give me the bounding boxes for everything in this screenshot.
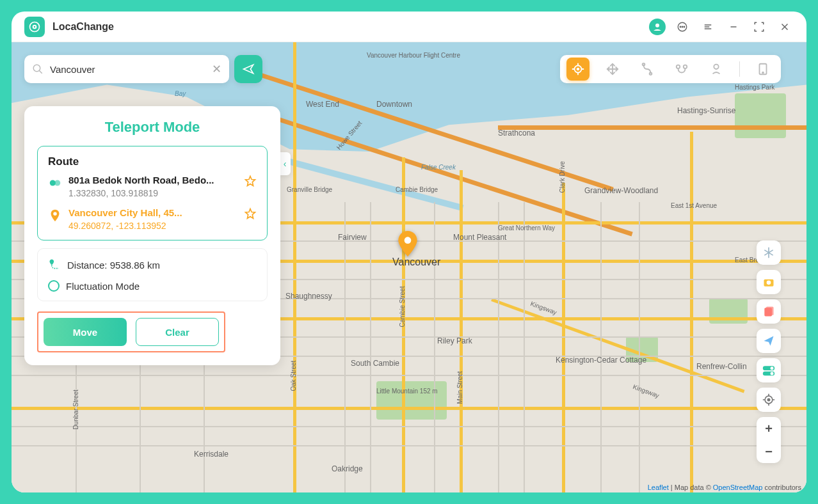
svg-point-27 [714,65,718,69]
search-row: ✕ [24,55,262,83]
jump-mode-button[interactable] [670,58,693,81]
svg-point-25 [677,65,680,69]
destination-coords: 49.260872, -123.113952 [68,221,237,231]
search-go-button[interactable] [234,55,262,83]
search-icon [32,63,44,75]
toggle-button[interactable] [757,358,781,382]
route-title: Route [48,155,257,168]
osm-link[interactable]: OpenStreetMap [713,484,763,491]
menu-button[interactable] [699,18,717,36]
clear-button[interactable]: Clear [136,318,219,346]
zoom-controls: + − [757,417,781,463]
close-button[interactable] [776,18,794,36]
origin-icon [48,176,62,190]
titlebar: LocaChange [12,12,806,42]
app-title: LocaChange [52,21,114,33]
map[interactable]: West End Downtown Vancouver Harbour Flig… [12,42,806,492]
app-window: LocaChange [12,12,806,492]
separator [739,61,740,77]
distance-row: Distance: 9538.86 km [48,258,257,272]
route-destination[interactable]: Vancouver City Hall, 45... 49.260872, -1… [48,207,257,231]
svg-point-26 [684,65,687,69]
svg-point-3 [655,23,659,27]
origin-name: 801a Bedok North Road, Bedo... [68,175,237,185]
route-card: Route 801a Bedok North Road, Bedo... 1.3… [37,146,268,240]
svg-point-6 [682,26,683,28]
camera-tool-button[interactable] [757,270,781,294]
svg-point-5 [680,26,681,28]
fluctuation-radio[interactable] [48,280,60,292]
locate-button[interactable] [757,388,781,412]
search-box: ✕ [24,55,229,83]
svg-point-22 [577,68,579,70]
route-origin[interactable]: 801a Bedok North Road, Bedo... 1.332830,… [48,175,257,198]
fluctuation-label: Fluctuation Mode [66,281,140,292]
svg-point-46 [767,398,769,400]
svg-point-7 [684,26,685,28]
app-logo [24,17,45,37]
origin-coords: 1.332830, 103.918819 [68,188,237,198]
search-clear[interactable]: ✕ [212,62,221,76]
side-tools: + − [757,240,781,463]
multi-spot-mode-button[interactable] [636,58,659,81]
svg-point-34 [767,281,771,285]
options-card: Distance: 9538.86 km Fluctuation Mode [37,248,268,301]
distance-label: Distance: 9538.86 km [67,260,160,271]
svg-point-32 [53,212,57,216]
search-input[interactable] [50,64,205,75]
zoom-out-button[interactable]: − [757,440,781,463]
destination-icon [48,209,62,223]
svg-rect-36 [766,307,774,315]
teleport-panel: Teleport Mode Route 801a Bedok North Roa… [24,106,280,365]
svg-line-16 [39,70,42,74]
map-pin-icon [397,231,418,256]
panel-title: Teleport Mode [37,119,268,136]
history-button[interactable] [757,299,781,324]
leaflet-link[interactable]: Leaflet [648,484,669,491]
fluctuation-row[interactable]: Fluctuation Mode [48,280,257,292]
feedback-button[interactable] [673,18,691,36]
mode-toolbar [560,55,781,83]
svg-point-15 [33,65,40,72]
collapse-panel-button[interactable]: ‹ [279,152,291,175]
avatar-button[interactable] [649,19,666,35]
svg-point-38 [771,366,774,370]
device-button[interactable] [751,58,774,81]
svg-point-29 [762,72,764,74]
distance-icon [48,258,61,272]
svg-point-31 [54,180,60,185]
svg-point-40 [771,372,774,375]
two-spot-mode-button[interactable] [601,58,624,81]
send-icon [242,63,255,75]
action-buttons: Move Clear [37,311,225,352]
svg-point-14 [405,237,412,244]
cooldown-button[interactable] [757,240,781,265]
svg-point-2 [34,26,36,28]
minimize-button[interactable] [725,18,742,36]
zoom-in-button[interactable]: + [757,417,781,440]
destination-favorite[interactable] [244,207,257,223]
teleport-mode-button[interactable] [566,58,589,81]
move-button[interactable]: Move [44,318,127,346]
joystick-mode-button[interactable] [705,58,728,81]
maximize-button[interactable] [750,18,768,36]
share-button[interactable] [757,329,781,353]
destination-name: Vancouver City Hall, 45... [68,207,237,218]
map-attribution: Leaflet | Map data © OpenStreetMap contr… [648,484,801,491]
origin-favorite[interactable] [244,175,257,190]
